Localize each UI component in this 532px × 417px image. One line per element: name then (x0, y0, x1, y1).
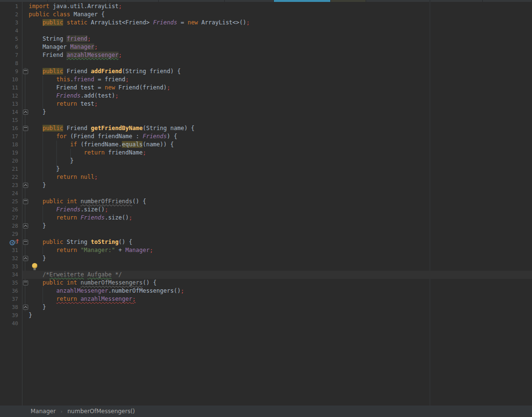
code-line[interactable]: 6 Manager Manager; (0, 43, 532, 51)
code-line[interactable]: 16 public Friend getFriendByName(String … (0, 124, 532, 132)
fold-collapse-icon[interactable] (23, 199, 28, 204)
line-number[interactable]: 28 (0, 222, 18, 230)
breadcrumb-item-class[interactable]: Manager (31, 408, 56, 415)
line-number[interactable]: 17 (0, 132, 18, 141)
code-line[interactable]: 29 (0, 230, 532, 238)
code-line[interactable]: 38 } (0, 303, 532, 311)
code-line[interactable]: 15 (0, 116, 532, 124)
fold-expand-icon[interactable] (23, 223, 28, 229)
line-number[interactable]: 16 (0, 124, 18, 132)
code-line[interactable]: 10 this.friend = friend; (0, 76, 532, 84)
code-token: equals (122, 141, 142, 148)
code-line[interactable]: 32 } (0, 254, 532, 263)
code-line[interactable]: 36 anzahlMessenger.numberOfMessengers(); (0, 287, 532, 295)
line-number[interactable]: 3 (0, 19, 18, 27)
code-line[interactable]: 3 public static ArrayList<Friend> Friend… (0, 19, 532, 27)
line-number[interactable]: 10 (0, 76, 18, 84)
line-number[interactable]: 25 (0, 198, 18, 206)
line-number[interactable]: 6 (0, 43, 18, 51)
code-line[interactable]: 8 (0, 59, 532, 67)
intention-bulb-icon[interactable] (32, 263, 37, 270)
code-editor[interactable]: 1import java.util.ArrayList;2public clas… (0, 2, 532, 406)
code-line[interactable]: 1import java.util.ArrayList; (0, 2, 532, 11)
fold-expand-icon[interactable] (23, 305, 28, 310)
code-line[interactable]: 22 return null; (0, 173, 532, 181)
line-number[interactable]: 11 (0, 84, 18, 92)
line-number[interactable]: 4 (0, 27, 18, 35)
line-number[interactable]: 1 (0, 2, 18, 11)
code-line[interactable]: 24 (0, 189, 532, 198)
code-line[interactable]: 12 Friends.add(test); (0, 92, 532, 100)
line-number[interactable]: 23 (0, 181, 18, 189)
code-line[interactable]: 28 } (0, 222, 532, 230)
code-line[interactable]: 25 public int numberOfFriends() { (0, 198, 532, 206)
code-line[interactable]: 39} (0, 311, 532, 319)
line-number[interactable]: 2 (0, 11, 18, 19)
code-line[interactable]: 40 (0, 319, 532, 328)
line-number[interactable]: 18 (0, 141, 18, 149)
fold-collapse-icon[interactable] (23, 280, 28, 285)
code-line[interactable]: 5 String friend; (0, 35, 532, 43)
breadcrumb-item-method[interactable]: numberOfMessengers() (67, 408, 135, 415)
code-line[interactable]: 31 return "Manager:" + Manager; (0, 246, 532, 254)
code-line[interactable]: 26 Friends.size(); (0, 206, 532, 214)
code-line[interactable]: 34 /*Erweiterte Aufgabe */ (0, 271, 532, 279)
code-line[interactable]: 13 return test; (0, 100, 532, 108)
fold-collapse-icon[interactable] (23, 69, 28, 74)
line-number[interactable]: 26 (0, 206, 18, 214)
line-number[interactable]: 38 (0, 303, 18, 311)
line-number[interactable]: 7 (0, 51, 18, 59)
code-line[interactable]: 30↑ public String toString() { (0, 238, 532, 246)
line-number[interactable]: 37 (0, 295, 18, 303)
line-number[interactable]: 19 (0, 149, 18, 157)
code-line[interactable]: 33 (0, 263, 532, 271)
code-token: ; (167, 84, 170, 91)
line-number[interactable]: 36 (0, 287, 18, 295)
code-line[interactable]: 37 return anzahlMessenger; (0, 295, 532, 303)
line-number[interactable]: 9 (0, 67, 18, 76)
line-number[interactable]: 15 (0, 116, 18, 124)
overrides-method-icon[interactable]: ↑ (10, 240, 19, 245)
fold-collapse-icon[interactable] (23, 126, 28, 131)
code-line[interactable]: 27 return Friends.size(); (0, 214, 532, 222)
code-line[interactable]: 19 return friendName; (0, 149, 532, 157)
line-number[interactable]: 34 (0, 271, 18, 279)
fold-expand-icon[interactable] (23, 256, 28, 261)
line-number[interactable]: 33 (0, 263, 18, 271)
line-number[interactable]: 39 (0, 311, 18, 319)
line-number[interactable]: 8 (0, 59, 18, 67)
line-number[interactable]: 20 (0, 157, 18, 165)
line-number[interactable]: 40 (0, 319, 18, 328)
fold-collapse-icon[interactable] (23, 240, 28, 245)
line-number[interactable]: 29 (0, 230, 18, 238)
line-number[interactable]: 14 (0, 108, 18, 116)
code-line[interactable]: 21 } (0, 165, 532, 173)
code-token: ; (94, 44, 98, 50)
code-line[interactable]: 7 Friend anzahlMessenger; (0, 51, 532, 59)
line-number[interactable]: 13 (0, 100, 18, 108)
code-token: Aufgabe (87, 271, 112, 278)
code-line[interactable]: 20 } (0, 157, 532, 165)
code-token: public class (29, 11, 70, 18)
code-line[interactable]: 4 (0, 27, 532, 35)
code-token: ArrayList<Friend> (87, 19, 153, 26)
line-number[interactable]: 32 (0, 254, 18, 263)
line-number[interactable]: 24 (0, 189, 18, 198)
code-line[interactable]: 17 for (Friend friendName : Friends) { (0, 132, 532, 141)
code-line[interactable]: 9 public Friend addFriend(String friend)… (0, 67, 532, 76)
line-number[interactable]: 35 (0, 279, 18, 287)
line-number[interactable]: 31 (0, 246, 18, 254)
line-number[interactable]: 5 (0, 35, 18, 43)
line-number[interactable]: 22 (0, 173, 18, 181)
line-number[interactable]: 21 (0, 165, 18, 173)
code-line[interactable]: 23 } (0, 181, 532, 189)
code-line[interactable]: 11 Friend test = new Friend(friend); (0, 84, 532, 92)
line-number[interactable]: 12 (0, 92, 18, 100)
code-line[interactable]: 18 if (friendName.equals(name)) { (0, 141, 532, 149)
code-line[interactable]: 2public class Manager { (0, 11, 532, 19)
fold-expand-icon[interactable] (23, 110, 28, 115)
code-line[interactable]: 35 public int numberOfMessengers() { (0, 279, 532, 287)
line-number[interactable]: 27 (0, 214, 18, 222)
code-line[interactable]: 14 } (0, 108, 532, 116)
fold-expand-icon[interactable] (23, 183, 28, 188)
